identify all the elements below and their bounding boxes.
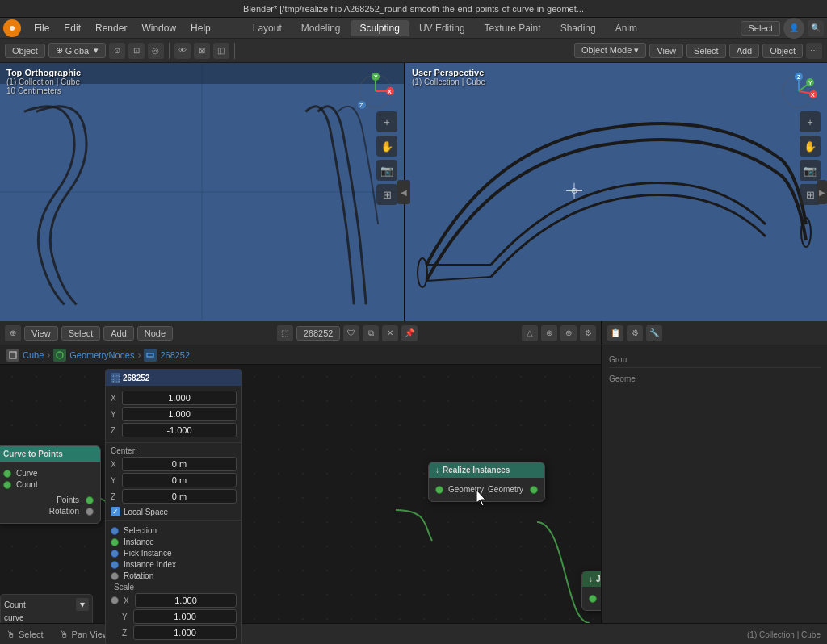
right-viewport[interactable]: User Perspective (1) Collection | Cube Z xyxy=(405,63,827,321)
socket-curve[interactable] xyxy=(3,470,11,478)
zoom-in-btn[interactable]: + xyxy=(376,111,397,132)
object-btn[interactable]: Object xyxy=(762,44,803,58)
socket-pick[interactable] xyxy=(111,550,119,558)
sz-val[interactable]: 1.000 xyxy=(133,625,237,640)
rp-icon-3[interactable]: 🔧 xyxy=(646,325,662,341)
node-select-btn[interactable]: Select xyxy=(61,326,101,341)
socket-row: Count xyxy=(3,480,94,489)
jg-socket-in[interactable] xyxy=(589,595,597,603)
camera-btn[interactable]: 📷 xyxy=(376,160,397,181)
menu-edit[interactable]: Edit xyxy=(57,21,87,36)
transform-pivot[interactable]: ⊙ xyxy=(109,43,125,59)
xray-icon[interactable]: ◫ xyxy=(213,43,229,59)
node-up-icon[interactable]: △ xyxy=(522,325,538,341)
local-space-checkbox[interactable] xyxy=(111,507,120,516)
sy-val[interactable]: 1.000 xyxy=(133,609,237,624)
tab-uv-editing[interactable]: UV Editing xyxy=(409,20,475,36)
viewport-collapse-handle[interactable]: ◀ xyxy=(397,180,410,204)
rp-icon-2[interactable]: ⚙ xyxy=(627,325,643,341)
ty-val[interactable]: 1.000 xyxy=(122,407,237,421)
node-type-icon[interactable]: ⊕ xyxy=(5,325,21,341)
select-button-top[interactable]: Select xyxy=(741,21,780,36)
left-viewport[interactable]: Top Orthographic (1) Collection | Cube 1… xyxy=(0,63,405,321)
node-close-icon[interactable]: ✕ xyxy=(382,325,398,341)
grid-btn[interactable]: ⊞ xyxy=(376,184,397,205)
right-viewport-gizmo[interactable]: Z Y X xyxy=(779,71,819,111)
join-geometry-node[interactable]: ↓ Join Geometry Geometry Geometry xyxy=(581,571,601,611)
zoom-in-btn-r[interactable]: + xyxy=(800,111,821,132)
tab-layout[interactable]: Layout xyxy=(243,20,292,36)
node-pin-icon[interactable]: 📌 xyxy=(401,325,418,341)
socket-scale[interactable] xyxy=(111,596,119,604)
menu-help[interactable]: Help xyxy=(184,21,217,36)
node-snap-icon[interactable]: ⊛ xyxy=(541,325,557,341)
tab-modeling[interactable]: Modeling xyxy=(292,20,351,36)
left-viewport-gizmo[interactable]: Y X Z xyxy=(355,71,396,111)
status-select[interactable]: 🖱 Select xyxy=(6,629,44,639)
tx-val[interactable]: 1.000 xyxy=(122,391,237,405)
select-btn[interactable]: Select xyxy=(686,44,726,58)
node-editor[interactable]: ⊕ View Select Add Node ⬚ 268252 🛡 ⧉ ✕ xyxy=(0,321,601,644)
camera-btn-r[interactable]: 📷 xyxy=(800,160,821,181)
tz-val[interactable]: -1.000 xyxy=(122,423,237,437)
right-viewport-collapse[interactable]: ▶ xyxy=(817,180,827,204)
node-node-btn[interactable]: Node xyxy=(137,326,173,341)
cz-val[interactable]: 0 m xyxy=(122,489,237,504)
socket-rotation[interactable] xyxy=(111,572,119,580)
user-avatar[interactable]: 👤 xyxy=(783,18,804,39)
tab-shading[interactable]: Shading xyxy=(551,20,606,36)
instance-panel[interactable]: ⬚ 268252 X 1.000 Y 1.000 xyxy=(105,369,242,644)
node-canvas[interactable]: Curve to Points Curve Count xyxy=(0,365,601,644)
add-btn[interactable]: Add xyxy=(729,44,760,58)
top-viewports: Top Orthographic (1) Collection | Cube 1… xyxy=(0,63,827,321)
node-copy-icon[interactable]: ⧉ xyxy=(363,325,379,341)
svg-text:Y: Y xyxy=(808,80,812,86)
socket-idx[interactable] xyxy=(111,561,119,569)
tab-sculpting[interactable]: Sculpting xyxy=(351,20,409,36)
rp-icon-1[interactable]: 📋 xyxy=(607,325,623,341)
snapping-icon[interactable]: ⊡ xyxy=(128,43,145,59)
cx-val[interactable]: 0 m xyxy=(122,457,237,471)
search-icon[interactable]: 🔍 xyxy=(808,20,824,36)
proportional-edit[interactable]: ◎ xyxy=(148,43,164,59)
sx-val[interactable]: 1.000 xyxy=(135,593,237,608)
view-btn[interactable]: View xyxy=(649,44,683,58)
blender-logo[interactable] xyxy=(3,19,21,37)
node-view-btn[interactable]: View xyxy=(24,326,58,341)
socket-count[interactable] xyxy=(3,481,11,489)
tab-anim[interactable]: Anim xyxy=(606,20,647,36)
curve-to-points-node[interactable]: Curve to Points Curve Count xyxy=(0,445,101,524)
node-icon[interactable]: ⬚ xyxy=(277,325,293,341)
socket-rotation-out[interactable] xyxy=(86,508,94,516)
visibility-icon[interactable]: 👁 xyxy=(174,43,191,59)
socket-instance[interactable] xyxy=(111,538,119,546)
realize-instances-node[interactable]: ↓ Realize Instances Geometry Geometry xyxy=(428,462,545,502)
status-pan[interactable]: 🖱 Pan View xyxy=(60,629,109,639)
socket-selection[interactable] xyxy=(111,527,119,535)
breadcrumb-node[interactable]: 268252 xyxy=(160,350,190,360)
local-space-row: Local Space xyxy=(111,507,237,516)
ri-socket-in[interactable] xyxy=(435,486,443,494)
breadcrumb-cube[interactable]: Cube xyxy=(23,350,44,360)
ty-row: Y 1.000 xyxy=(111,407,237,421)
grab-btn-r[interactable]: ✋ xyxy=(800,136,821,157)
count-dropdown[interactable]: ▾ xyxy=(76,598,89,611)
tab-texture-paint[interactable]: Texture Paint xyxy=(475,20,551,36)
node-settings-icon[interactable]: ⚙ xyxy=(580,325,596,341)
overlay-icon[interactable]: ⊠ xyxy=(194,43,210,59)
menu-render[interactable]: Render xyxy=(89,21,133,36)
node-transform-icon[interactable]: ⊕ xyxy=(560,325,577,341)
socket-points-out[interactable] xyxy=(86,496,94,504)
menu-window[interactable]: Window xyxy=(135,21,183,36)
cy-val[interactable]: 0 m xyxy=(122,473,237,487)
mode-selector[interactable]: Object xyxy=(5,44,45,58)
node-add-btn[interactable]: Add xyxy=(103,326,134,341)
ri-socket-out[interactable] xyxy=(530,486,538,494)
node-id-display[interactable]: 268252 xyxy=(296,326,341,341)
menu-file[interactable]: File xyxy=(27,21,56,36)
transform-global[interactable]: ⊕ Global ▾ xyxy=(48,43,106,58)
object-mode-btn[interactable]: Object Mode ▾ xyxy=(574,43,646,58)
breadcrumb-modifier[interactable]: GeometryNodes xyxy=(69,350,134,360)
grab-btn[interactable]: ✋ xyxy=(376,136,397,157)
extra-icon[interactable]: ⋯ xyxy=(806,43,822,59)
